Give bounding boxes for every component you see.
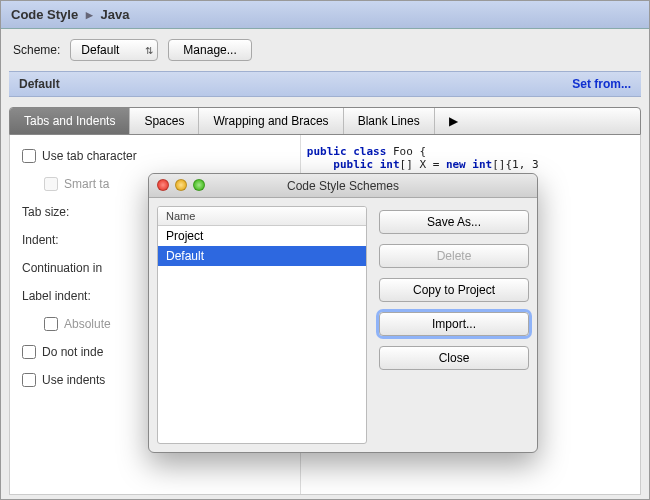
use-indents-label: Use indents bbox=[42, 373, 105, 387]
absolute-checkbox[interactable] bbox=[44, 317, 58, 331]
absolute-label: Absolute bbox=[64, 317, 111, 331]
tab-scroll-right-icon[interactable]: ▶ bbox=[435, 108, 472, 134]
list-item[interactable]: Project bbox=[158, 226, 366, 246]
dialog-titlebar[interactable]: Code Style Schemes bbox=[149, 174, 537, 198]
breadcrumb-separator-icon: ▸ bbox=[86, 7, 93, 22]
breadcrumb-root[interactable]: Code Style bbox=[11, 7, 78, 22]
traffic-lights bbox=[157, 179, 205, 191]
list-header-name: Name bbox=[158, 207, 366, 226]
use-tab-label: Use tab character bbox=[42, 149, 137, 163]
import-button[interactable]: Import... bbox=[379, 312, 529, 336]
tab-wrapping[interactable]: Wrapping and Braces bbox=[199, 108, 343, 134]
close-icon[interactable] bbox=[157, 179, 169, 191]
set-from-link[interactable]: Set from... bbox=[572, 77, 631, 91]
continuation-indent-label: Continuation in bbox=[22, 261, 102, 275]
breadcrumb: Code Style ▸ Java bbox=[1, 1, 649, 29]
do-not-indent-checkbox[interactable] bbox=[22, 345, 36, 359]
manage-button[interactable]: Manage... bbox=[168, 39, 251, 61]
label-indent-label: Label indent: bbox=[22, 289, 91, 303]
zoom-icon[interactable] bbox=[193, 179, 205, 191]
list-item[interactable]: Default bbox=[158, 246, 366, 266]
close-button[interactable]: Close bbox=[379, 346, 529, 370]
use-indents-checkbox[interactable] bbox=[22, 373, 36, 387]
tab-bar: Tabs and Indents Spaces Wrapping and Bra… bbox=[9, 107, 641, 135]
tab-spaces[interactable]: Spaces bbox=[130, 108, 199, 134]
minimize-icon[interactable] bbox=[175, 179, 187, 191]
code-style-schemes-dialog: Code Style Schemes Name Project Default … bbox=[148, 173, 538, 453]
scheme-row: Scheme: Default Manage... bbox=[1, 29, 649, 71]
dialog-title: Code Style Schemes bbox=[287, 179, 399, 193]
scheme-label: Scheme: bbox=[13, 43, 60, 57]
dialog-buttons: Save As... Delete Copy to Project Import… bbox=[379, 206, 529, 444]
breadcrumb-leaf: Java bbox=[100, 7, 129, 22]
save-as-button[interactable]: Save As... bbox=[379, 210, 529, 234]
tab-tabs-indents[interactable]: Tabs and Indents bbox=[10, 108, 130, 134]
tab-blank-lines[interactable]: Blank Lines bbox=[344, 108, 435, 134]
scheme-value: Default bbox=[81, 43, 119, 57]
smart-tabs-checkbox bbox=[44, 177, 58, 191]
scheme-list[interactable]: Name Project Default bbox=[157, 206, 367, 444]
scheme-select[interactable]: Default bbox=[70, 39, 158, 61]
indent-label: Indent: bbox=[22, 233, 59, 247]
copy-to-project-button[interactable]: Copy to Project bbox=[379, 278, 529, 302]
tab-size-label: Tab size: bbox=[22, 205, 69, 219]
smart-tabs-label: Smart ta bbox=[64, 177, 109, 191]
do-not-indent-label: Do not inde bbox=[42, 345, 103, 359]
section-header: Default Set from... bbox=[9, 71, 641, 97]
section-title: Default bbox=[19, 77, 60, 91]
use-tab-checkbox[interactable] bbox=[22, 149, 36, 163]
dialog-body: Name Project Default Save As... Delete C… bbox=[149, 198, 537, 452]
delete-button: Delete bbox=[379, 244, 529, 268]
